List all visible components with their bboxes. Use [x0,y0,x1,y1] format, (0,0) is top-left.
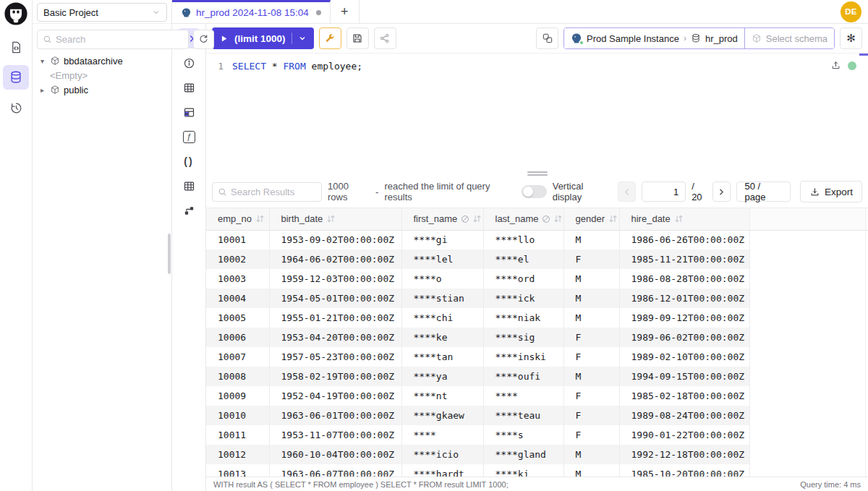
table-row[interactable]: 100021964-06-02T00:00:00Z****lel****elF1… [206,249,868,269]
table-row[interactable]: 100041954-05-01T00:00:00Z****stian****ic… [206,289,868,308]
table-cell[interactable]: ****lel [401,249,483,269]
tree-item-public[interactable]: ▸ public [38,82,171,97]
table-cell[interactable]: ****sig [483,328,563,347]
caret-right-icon[interactable]: ▸ [38,86,46,94]
tab-hr-prod[interactable]: hr_prod 2024-11-08 15:04 [172,0,331,23]
wrench-icon-button[interactable] [319,27,341,49]
parentheses-icon[interactable]: () [177,151,200,171]
table-row[interactable]: 100081958-02-19T00:00:00Z****ya****oufiM… [206,367,868,386]
table-cell[interactable]: 10008 [206,367,269,386]
caret-down-icon[interactable]: ▾ [38,57,46,65]
table-cell[interactable]: ****niak [483,308,563,328]
bytebase-logo-icon[interactable] [4,1,28,26]
table-cell[interactable]: 1957-05-23T00:00:00Z [269,347,401,367]
table-row[interactable]: 100051955-01-21T00:00:00Z****chi****niak… [206,308,868,328]
table-cell[interactable]: ****o [401,269,483,289]
sort-icon[interactable] [553,214,563,223]
table-cell[interactable]: M [563,289,619,308]
table-cell[interactable]: F [563,406,619,425]
next-page-button[interactable] [712,182,731,202]
history-icon[interactable] [3,95,29,120]
table-cell[interactable]: ****nt [401,386,483,406]
table-row[interactable]: 100031959-12-03T00:00:00Z****o****ordM19… [206,269,868,289]
table-cell[interactable]: 10002 [206,249,269,269]
table-cell[interactable]: 10001 [206,230,269,249]
table-cell[interactable]: 1992-12-18T00:00:00Z [619,445,749,464]
vertical-display-toggle[interactable] [522,185,546,198]
table-cell[interactable]: ****chi [401,308,483,328]
info-icon[interactable] [177,53,200,73]
table-cell[interactable]: 1985-11-21T00:00:00Z [619,249,749,269]
table-cell[interactable]: 1989-02-10T00:00:00Z [619,347,749,367]
table-cell[interactable]: 1985-10-20T00:00:00Z [619,464,749,477]
schema-diagram-icon[interactable] [177,200,200,221]
project-select[interactable]: Basic Project [37,3,167,22]
table-row[interactable]: 100011953-09-02T00:00:00Z****gi****lloM1… [206,230,868,249]
schema-select[interactable]: Select schema [744,28,834,48]
table-cell[interactable]: M [563,230,619,249]
table-cell[interactable]: ****icio [401,445,483,464]
table-cell[interactable]: M [563,464,619,477]
table-cell[interactable]: ****ke [401,328,483,347]
table-cell[interactable]: 1958-02-19T00:00:00Z [269,367,401,386]
ai-assistant-button[interactable]: ✻ [840,27,862,49]
table-cell[interactable]: 1954-05-01T00:00:00Z [269,289,401,308]
table-cell[interactable]: 1952-04-19T00:00:00Z [269,386,401,406]
table-row[interactable]: 100101963-06-01T00:00:00Z****gkaew****te… [206,406,868,425]
table-cell[interactable]: ****ick [483,289,563,308]
table-cell[interactable]: 1986-12-01T00:00:00Z [619,289,749,308]
table-cell[interactable]: 1985-02-18T00:00:00Z [619,386,749,406]
sort-icon[interactable] [255,214,265,223]
column-header-emp_no[interactable]: emp_no [206,208,269,230]
refresh-button[interactable] [193,30,214,49]
table-cell[interactable]: ****teau [483,406,563,425]
table-cell[interactable]: ****inski [483,347,563,367]
table-cell[interactable]: 1955-01-21T00:00:00Z [269,308,401,328]
column-header-hire_date[interactable]: hire_date [619,208,749,230]
table-cell[interactable]: M [563,269,619,289]
share-button[interactable] [374,27,396,49]
sort-icon[interactable] [326,214,336,223]
prev-page-button[interactable] [618,182,636,202]
table-cell[interactable]: F [563,328,619,347]
table-cell[interactable]: 1990-01-22T00:00:00Z [619,425,749,445]
table-cell[interactable]: ****ki [483,464,563,477]
table-cell[interactable]: ****ya [401,367,483,386]
database-icon[interactable] [3,65,29,90]
table-cell[interactable]: 10004 [206,289,269,308]
table-cell[interactable]: 1989-06-02T00:00:00Z [619,328,749,347]
table-cell[interactable]: 10011 [206,425,269,445]
table-cell[interactable]: 1964-06-02T00:00:00Z [269,249,401,269]
sql-editor[interactable]: 1 SELECT * FROM employee; [206,54,868,171]
table-cell[interactable]: F [563,249,619,269]
table-row[interactable]: 100121960-10-04T00:00:00Z****icio****gla… [206,445,868,464]
table-row[interactable]: 100061953-04-20T00:00:00Z****ke****sigF1… [206,328,868,347]
table-row[interactable]: 100111953-11-07T00:00:00Z********sF1990-… [206,425,868,445]
table-cell[interactable]: M [563,367,619,386]
table-cell[interactable]: 10009 [206,386,269,406]
table-cell[interactable]: ****tan [401,347,483,367]
table-cell[interactable]: M [563,445,619,464]
instance-breadcrumb[interactable]: Prod Sample Instance › hr_prod [564,28,744,48]
column-header-birth_date[interactable]: birth_date [269,208,401,230]
table-cell[interactable]: 1959-12-03T00:00:00Z [269,269,401,289]
table-cell[interactable]: ****llo [483,230,563,249]
sql-statement[interactable]: SELECT * FROM employee; [232,61,362,171]
table-cell[interactable]: 1989-08-24T00:00:00Z [619,406,749,425]
table-cell[interactable]: 10007 [206,347,269,367]
table-cell[interactable]: ****stian [401,289,483,308]
table-cell[interactable]: 1953-09-02T00:00:00Z [269,230,401,249]
column-header-last_name[interactable]: last_name [483,208,563,230]
table-cell[interactable]: 1960-10-04T00:00:00Z [269,445,401,464]
results-search-input[interactable] [231,187,316,197]
table-cell[interactable]: 1963-06-01T00:00:00Z [269,406,401,425]
table-row[interactable]: 100131963-06-07T00:00:00Z****hardt****ki… [206,464,868,477]
table-row[interactable]: 100091952-04-19T00:00:00Z****nt****F1985… [206,386,868,406]
table-cell[interactable]: 1989-09-12T00:00:00Z [619,308,749,328]
tree-item-bbdataarchive[interactable]: ▾ bbdataarchive [38,54,171,68]
table-cell[interactable]: 10006 [206,328,269,347]
table-cell[interactable]: ****gi [401,230,483,249]
table-cell[interactable]: 1994-09-15T00:00:00Z [619,367,749,386]
table-cell[interactable]: 10013 [206,464,269,477]
table-icon[interactable] [177,77,200,98]
